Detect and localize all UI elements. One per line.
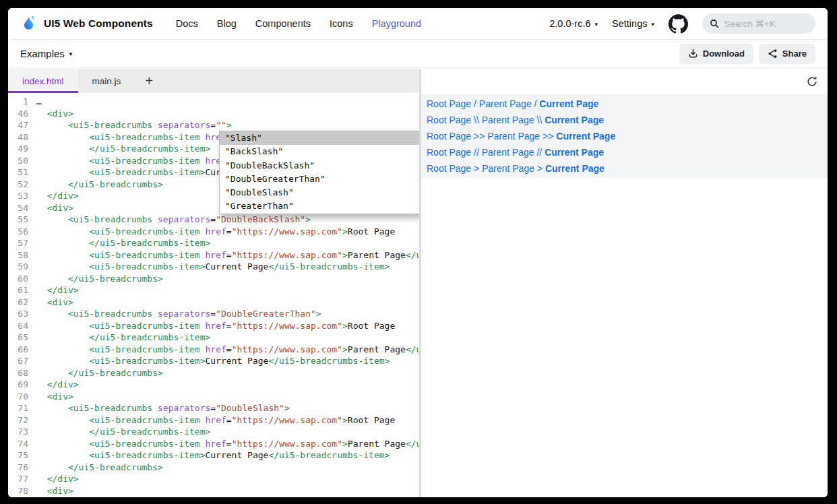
- add-tab-button[interactable]: +: [135, 69, 163, 93]
- share-button[interactable]: Share: [759, 44, 815, 64]
- refresh-icon[interactable]: [806, 75, 818, 88]
- code-line[interactable]: 56 <ui5-breadcrumbs-item href="https://w…: [8, 226, 419, 238]
- code-token: =: [226, 321, 232, 331]
- code-line[interactable]: 58 <ui5-breadcrumbs-item href="https://w…: [8, 249, 419, 261]
- code-line[interactable]: 1…: [8, 96, 419, 108]
- settings-dropdown[interactable]: Settings ▾: [612, 18, 654, 29]
- code-line[interactable]: 72 <ui5-breadcrumbs-item href="https://w…: [8, 414, 419, 427]
- code-token: [152, 403, 158, 413]
- examples-dropdown[interactable]: Examples ▾: [20, 48, 72, 59]
- nav-link-blog[interactable]: Blog: [217, 18, 237, 29]
- line-number: 70: [8, 391, 36, 403]
- code-line[interactable]: 60 </ui5-breadcrumbs>: [8, 273, 419, 285]
- line-number: 1: [8, 96, 36, 108]
- code-editor-panel: index.htmlmain.js + 1…46 <div>47 <ui5-br…: [8, 69, 419, 497]
- download-icon: [688, 49, 698, 59]
- code-line[interactable]: 69 </div>: [8, 379, 419, 391]
- code-line[interactable]: 67 <ui5-breadcrumbs-item>Current Page</u…: [8, 355, 419, 367]
- code-token: [36, 462, 68, 472]
- breadcrumb-link[interactable]: Root Page: [427, 147, 471, 158]
- line-number: 65: [8, 332, 36, 344]
- nav-link-components[interactable]: Components: [255, 18, 311, 29]
- breadcrumb-separator: \\: [471, 115, 482, 125]
- autocomplete-option[interactable]: "DoubleGreaterThan": [220, 172, 419, 186]
- breadcrumb-separator: /: [532, 98, 540, 109]
- breadcrumb-link[interactable]: Root Page: [427, 163, 471, 174]
- code-token: [152, 309, 158, 319]
- code-token: "https://www.sap.com": [232, 250, 342, 260]
- editor-tabbar: index.htmlmain.js +: [8, 69, 419, 93]
- breadcrumb-link[interactable]: Parent Page: [482, 115, 534, 125]
- code-token: Root Page: [348, 226, 395, 237]
- breadcrumb-separator: >>: [471, 131, 487, 141]
- nav-link-icons[interactable]: Icons: [330, 18, 353, 29]
- breadcrumb-link[interactable]: Root Page: [427, 115, 471, 125]
- nav-link-docs[interactable]: Docs: [176, 18, 198, 29]
- code-line[interactable]: 71 <ui5-breadcrumbs separators="DoubleSl…: [8, 402, 419, 414]
- code-text: …: [36, 96, 42, 108]
- code-area[interactable]: 1…46 <div>47 <ui5-breadcrumbs separators…: [8, 93, 419, 497]
- code-line[interactable]: 63 <ui5-breadcrumbs separators="DoubleGr…: [8, 308, 419, 320]
- download-button[interactable]: Download: [679, 44, 753, 64]
- download-label: Download: [703, 49, 745, 59]
- autocomplete-option[interactable]: "BackSlash": [220, 145, 419, 158]
- code-line[interactable]: 74 <ui5-breadcrumbs-item href="https://w…: [8, 438, 419, 450]
- code-token: >: [316, 309, 321, 319]
- code-line[interactable]: 65 </ui5-breadcrumbs-item>: [8, 332, 419, 344]
- brand-home-link[interactable]: UI5 Web Components: [20, 15, 153, 32]
- code-line[interactable]: 61 </div>: [8, 284, 419, 296]
- code-token: [36, 274, 68, 284]
- code-line[interactable]: 59 <ui5-breadcrumbs-item>Current Page</u…: [8, 261, 419, 273]
- code-token: =: [226, 415, 232, 425]
- search-input[interactable]: [724, 19, 808, 29]
- code-line[interactable]: 75 <ui5-breadcrumbs-item>Current Page</u…: [8, 449, 419, 462]
- header-right-cluster: 2.0.0-rc.6 ▾ Settings ▾: [549, 13, 815, 34]
- code-line[interactable]: 70 <div>: [8, 391, 419, 403]
- breadcrumb-link[interactable]: Parent Page: [482, 147, 534, 158]
- code-token: </ui5-breadcrumbs>: [68, 274, 163, 284]
- code-token: Parent Page: [348, 439, 406, 449]
- autocomplete-option[interactable]: "GreaterThan": [220, 199, 419, 213]
- code-line[interactable]: 73 </ui5-breadcrumbs-item>: [8, 426, 419, 438]
- code-token: >: [305, 214, 311, 224]
- breadcrumb-link[interactable]: Parent Page: [482, 163, 534, 174]
- code-line[interactable]: 78 <div>: [8, 485, 419, 497]
- breadcrumb-link[interactable]: Parent Page: [479, 98, 532, 109]
- code-line[interactable]: 47 <ui5-breadcrumbs separators="">: [8, 119, 419, 131]
- code-line[interactable]: 62 <div>: [8, 296, 419, 309]
- code-token: <ui5-breadcrumbs-item: [89, 415, 199, 425]
- code-token: separators: [158, 214, 210, 224]
- autocomplete-option[interactable]: "DoubleSlash": [220, 186, 419, 199]
- code-line[interactable]: 66 <ui5-breadcrumbs-item href="https://w…: [8, 344, 419, 356]
- code-line[interactable]: 77 </div>: [8, 473, 419, 485]
- code-line[interactable]: 55 <ui5-breadcrumbs separators="DoubleBa…: [8, 214, 419, 226]
- code-token: "DoubleSlash": [216, 403, 284, 413]
- nav-link-playground[interactable]: Playground: [372, 18, 421, 29]
- code-line[interactable]: 46 <div>: [8, 108, 419, 120]
- autocomplete-option[interactable]: "DoubleBackSlash": [220, 159, 419, 172]
- code-token: </ui5-breadcrumbs>: [68, 179, 163, 189]
- breadcrumb-row: Root Page / Parent Page / Current Page: [421, 96, 828, 112]
- code-line[interactable]: 57 </ui5-breadcrumbs-item>: [8, 237, 419, 249]
- code-line[interactable]: 76 </ui5-breadcrumbs>: [8, 462, 419, 474]
- line-number: 62: [8, 296, 36, 309]
- code-line[interactable]: 64 <ui5-breadcrumbs-item href="https://w…: [8, 320, 419, 332]
- code-text: <ui5-breadcrumbs separators="">: [36, 119, 232, 131]
- examples-toolbar: Examples ▾ Download Share: [8, 40, 828, 68]
- version-dropdown[interactable]: 2.0.0-rc.6 ▾: [549, 18, 598, 29]
- line-number: 55: [8, 214, 36, 226]
- tab-index.html[interactable]: index.html: [8, 69, 78, 93]
- breadcrumb-link[interactable]: Parent Page: [487, 131, 540, 141]
- line-number: 53: [8, 190, 36, 202]
- line-number: 64: [8, 320, 36, 332]
- line-number: 56: [8, 226, 36, 238]
- tab-main.js[interactable]: main.js: [78, 69, 135, 93]
- autocomplete-option[interactable]: "Slash": [220, 131, 419, 145]
- code-token: >: [342, 250, 348, 260]
- line-number: 59: [8, 261, 36, 273]
- code-line[interactable]: 68 </ui5-breadcrumbs>: [8, 367, 419, 379]
- breadcrumb-link[interactable]: Root Page: [427, 131, 471, 141]
- github-link[interactable]: [669, 14, 688, 34]
- breadcrumb-link[interactable]: Root Page: [427, 98, 471, 109]
- line-number: 78: [8, 485, 36, 497]
